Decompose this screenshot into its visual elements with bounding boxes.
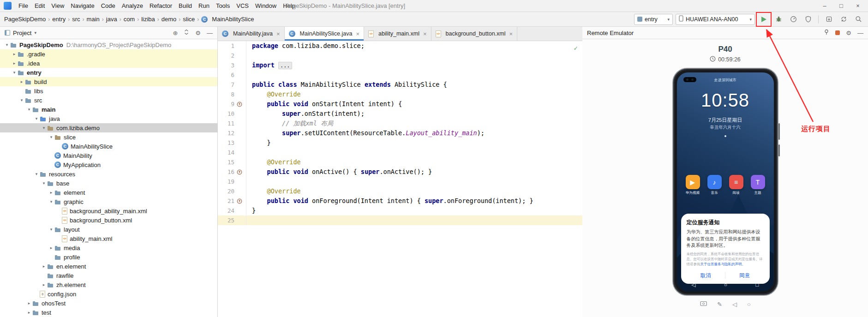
- coverage-button[interactable]: [802, 14, 814, 25]
- menu-item-analyze[interactable]: Analyze: [119, 0, 146, 12]
- tree-item-zh-element[interactable]: ▸zh.element: [0, 280, 217, 289]
- breadcrumb-item-com[interactable]: com: [122, 16, 137, 23]
- chevron-right-icon[interactable]: ▸: [48, 190, 54, 195]
- back-control-icon[interactable]: ◁: [732, 301, 737, 308]
- tree-item-ohostest[interactable]: ▸ohosTest: [0, 299, 217, 308]
- code-line[interactable]: 12 super.setUIContent(ResourceTable.Layo…: [218, 128, 582, 138]
- menu-item-build[interactable]: Build: [175, 0, 195, 12]
- chevron-down-icon[interactable]: ▾: [4, 42, 10, 47]
- app-icon[interactable]: ▶: [686, 175, 700, 189]
- cancel-button[interactable]: 取消: [687, 272, 725, 279]
- app-icon[interactable]: ≡: [729, 175, 743, 189]
- menu-item-window[interactable]: Window: [252, 0, 280, 12]
- build-button[interactable]: [823, 14, 835, 25]
- run-button[interactable]: [758, 14, 770, 25]
- tree-item-ability-main-xml[interactable]: ability_main.xml: [0, 234, 217, 243]
- maximize-icon[interactable]: □: [833, 0, 850, 12]
- code-line[interactable]: 6: [218, 70, 582, 80]
- app-icon[interactable]: ♪: [707, 175, 722, 189]
- tree-item-resources[interactable]: ▾resources: [0, 169, 217, 179]
- menu-item-refactor[interactable]: Refactor: [146, 0, 175, 12]
- profiler-button[interactable]: [787, 14, 799, 25]
- code-line[interactable]: 20 @Override: [218, 186, 582, 196]
- tree-item-background-button-xml[interactable]: background_button.xml: [0, 215, 217, 225]
- minimize-icon[interactable]: –: [816, 0, 833, 12]
- close-icon[interactable]: ×: [850, 0, 866, 12]
- override-marker-icon[interactable]: [234, 169, 245, 175]
- chevron-down-icon[interactable]: ▾: [48, 135, 54, 139]
- tree-item-com-liziba-demo[interactable]: ▾com.liziba.demo: [0, 123, 217, 132]
- menu-item-tools[interactable]: Tools: [213, 0, 233, 12]
- menu-item-navigate[interactable]: Navigate: [67, 0, 97, 12]
- device-select[interactable]: HUAWEI ANA-AN00 ▾: [676, 14, 755, 25]
- breadcrumb-item-main[interactable]: main: [85, 16, 101, 23]
- chevron-right-icon[interactable]: ▸: [26, 301, 32, 305]
- code-line[interactable]: 15 @Override: [218, 157, 582, 167]
- tree-item-background-ability-main-xml[interactable]: background_ability_main.xml: [0, 206, 217, 215]
- code-line[interactable]: 14: [218, 148, 582, 157]
- tree-item-java[interactable]: ▾java: [0, 114, 217, 123]
- breadcrumb-item-demo[interactable]: demo: [160, 16, 178, 23]
- chevron-down-icon[interactable]: ▾: [26, 107, 32, 112]
- menu-item-view[interactable]: View: [48, 0, 67, 12]
- override-marker-icon[interactable]: [234, 102, 245, 107]
- chevron-right-icon[interactable]: ▸: [18, 79, 25, 84]
- tree-item-slice[interactable]: ▾slice: [0, 132, 217, 142]
- tree-item-en-element[interactable]: ▸en.element: [0, 262, 217, 271]
- close-icon[interactable]: ×: [356, 30, 359, 37]
- chevron-down-icon[interactable]: ▾: [48, 227, 54, 232]
- breadcrumb-item-pageskipdemo[interactable]: PageSkipDemo: [3, 16, 47, 23]
- menu-item-run[interactable]: Run: [195, 0, 213, 12]
- chevron-right-icon[interactable]: ▸: [26, 310, 32, 315]
- menu-item-code[interactable]: Code: [98, 0, 119, 12]
- tab-mainabilityslice-java[interactable]: MainAbilitySlice.java×: [285, 27, 365, 41]
- agree-button[interactable]: 同意: [725, 272, 764, 279]
- layout-icon[interactable]: [835, 30, 840, 36]
- tab-ability-main-xml[interactable]: ability_main.xml×: [364, 27, 431, 41]
- code-line[interactable]: 7public class MainAbilitySlice extends A…: [218, 80, 582, 90]
- tree-item-element[interactable]: ▸element: [0, 188, 217, 197]
- chevron-down-icon[interactable]: ▾: [33, 172, 40, 176]
- tree-item-libs[interactable]: libs: [0, 86, 217, 96]
- menu-item-vcs[interactable]: VCS: [233, 0, 252, 12]
- tree-item-mainability[interactable]: MainAbility: [0, 151, 217, 160]
- chevron-down-icon[interactable]: ▾: [48, 199, 54, 204]
- chevron-down-icon[interactable]: ▾: [41, 181, 47, 185]
- phone-app-[interactable]: ≡阅读: [729, 175, 743, 195]
- tree-item-profile[interactable]: profile: [0, 252, 217, 262]
- chevron-down-icon[interactable]: ▾: [11, 70, 18, 75]
- tree-item-test[interactable]: ▸test: [0, 308, 217, 317]
- chevron-right-icon[interactable]: ▸: [48, 245, 54, 250]
- hide-panel-icon[interactable]: —: [857, 30, 863, 36]
- tree-item-myapplication[interactable]: MyApplication: [0, 160, 217, 169]
- close-icon[interactable]: ×: [423, 30, 427, 37]
- tree-item-main[interactable]: ▾main: [0, 105, 217, 114]
- home-control-icon[interactable]: ○: [747, 301, 751, 308]
- pin-icon[interactable]: [824, 29, 829, 36]
- phone-app-[interactable]: T主题: [751, 175, 765, 195]
- breadcrumb-item-slice[interactable]: slice: [181, 16, 196, 23]
- tree-item-layout[interactable]: ▾layout: [0, 225, 217, 234]
- code-line[interactable]: 11 // 加载xml 布局: [218, 119, 582, 128]
- settings-gear-icon[interactable]: ⚙: [846, 30, 851, 36]
- tree-item-graphic[interactable]: ▾graphic: [0, 197, 217, 206]
- search-icon[interactable]: [852, 14, 864, 25]
- hide-panel-icon[interactable]: —: [207, 30, 213, 36]
- code-line[interactable]: 21 public void onForeground(Intent inten…: [218, 196, 582, 206]
- breadcrumb-item-liziba[interactable]: liziba: [140, 16, 156, 23]
- tree-item-idea[interactable]: ▸.idea: [0, 59, 217, 68]
- code-line[interactable]: 24}: [218, 206, 582, 215]
- tree-item-config-json[interactable]: config.json: [0, 289, 217, 299]
- settings-gear-icon[interactable]: ⚙: [195, 30, 201, 36]
- code-line[interactable]: 19: [218, 177, 582, 186]
- phone-app-[interactable]: ♪音乐: [707, 175, 722, 195]
- phone-screen[interactable]: 走进深圳城市 10:58 7月25日星期日 辛丑年六月十六 ▶华为视频♪音乐≡阅…: [677, 72, 774, 291]
- breadcrumb-item-entry[interactable]: entry: [51, 16, 67, 23]
- code-line[interactable]: 10 super.onStart(intent);: [218, 109, 582, 119]
- tree-item-media[interactable]: ▸media: [0, 243, 217, 252]
- tree-item-build[interactable]: ▸build: [0, 77, 217, 86]
- app-icon[interactable]: T: [751, 175, 765, 189]
- locate-icon[interactable]: ⊕: [173, 30, 178, 36]
- code-line[interactable]: 2: [218, 51, 582, 60]
- chevron-right-icon[interactable]: ▸: [11, 52, 18, 56]
